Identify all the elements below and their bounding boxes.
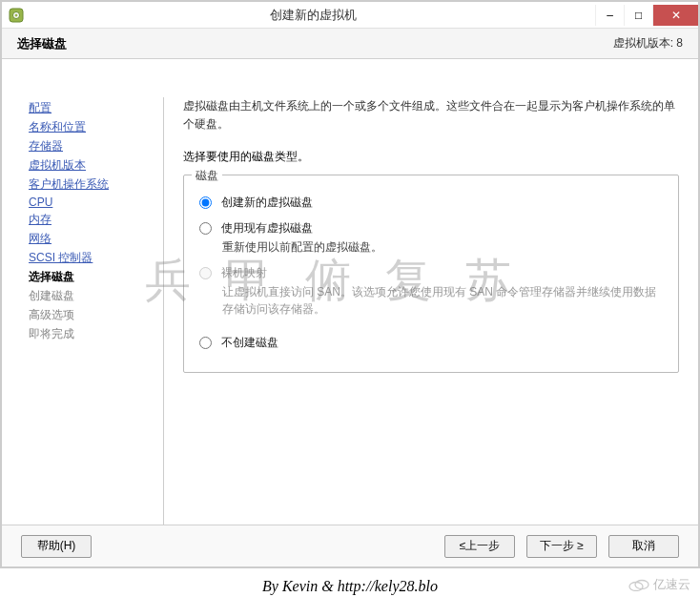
vm-version-label: 虚拟机版本: 8 (613, 35, 683, 51)
window-title: 创建新的虚拟机 (31, 7, 595, 24)
content-panel: 虚拟磁盘由主机文件系统上的一个或多个文件组成。这些文件合在一起显示为客户机操作系… (164, 97, 698, 525)
sidebar-item-scsi[interactable]: SCSI 控制器 (29, 250, 163, 266)
sidebar-item-config[interactable]: 配置 (29, 100, 163, 116)
sidebar-item-cpu[interactable]: CPU (29, 196, 163, 209)
app-icon (8, 7, 25, 24)
sidebar-item-name-location[interactable]: 名称和位置 (29, 119, 163, 135)
radio-no-disk[interactable] (199, 337, 212, 349)
option-no-disk: 不创建磁盘 (199, 335, 663, 351)
prompt-text: 选择要使用的磁盘类型。 (183, 149, 679, 165)
label-raw-mapping: 裸机映射 (221, 265, 267, 281)
sub-raw-mapping: 让虚拟机直接访问 SAN。该选项允许您使用现有 SAN 命令管理存储器并继续使用… (222, 283, 663, 318)
sidebar-item-vm-version[interactable]: 虚拟机版本 (29, 157, 163, 174)
disk-group: 磁盘 创建新的虚拟磁盘 使用现有虚拟磁盘 重新使用以前配置的虚拟磁盘。 裸机映射… (183, 175, 679, 373)
sidebar-item-finish: 即将完成 (29, 326, 163, 342)
sidebar-item-advanced: 高级选项 (29, 307, 163, 323)
brand-logo: 亿速云 (628, 576, 690, 593)
svg-point-2 (15, 13, 18, 16)
sub-use-existing: 重新使用以前配置的虚拟磁盘。 (222, 238, 663, 256)
wizard-sidebar: 配置 名称和位置 存储器 虚拟机版本 客户机操作系统 CPU 内存 网络 SCS… (2, 97, 164, 525)
option-raw-mapping: 裸机映射 (199, 265, 663, 281)
minimize-button[interactable]: – (595, 5, 624, 26)
wizard-footer: 帮助(H) ≤上一步 下一步 ≥ 取消 (2, 525, 698, 566)
group-legend: 磁盘 (192, 168, 222, 184)
maximize-button[interactable]: □ (624, 5, 652, 26)
credit-text: By Kevin & http://kely28.blo (0, 578, 700, 595)
brand-text: 亿速云 (653, 576, 690, 593)
sidebar-item-select-disk: 选择磁盘 (29, 269, 163, 285)
sidebar-item-guest-os[interactable]: 客户机操作系统 (29, 176, 163, 193)
radio-use-existing[interactable] (199, 222, 212, 235)
label-use-existing: 使用现有虚拟磁盘 (221, 220, 313, 237)
cancel-button[interactable]: 取消 (608, 535, 679, 558)
titlebar: 创建新的虚拟机 – □ ✕ (2, 2, 698, 29)
radio-raw-mapping (199, 267, 212, 279)
option-create-new: 创建新的虚拟磁盘 (199, 195, 663, 211)
option-use-existing: 使用现有虚拟磁盘 (199, 220, 663, 237)
svg-point-3 (629, 583, 643, 591)
next-button[interactable]: 下一步 ≥ (526, 535, 597, 558)
radio-create-new[interactable] (199, 196, 212, 209)
label-no-disk: 不创建磁盘 (221, 335, 278, 351)
sidebar-item-create-disk: 创建磁盘 (29, 288, 163, 304)
svg-point-4 (635, 581, 649, 589)
page-title: 选择磁盘 (17, 35, 67, 52)
label-create-new: 创建新的虚拟磁盘 (221, 195, 313, 211)
sidebar-item-storage[interactable]: 存储器 (29, 138, 163, 154)
close-button[interactable]: ✕ (652, 5, 698, 26)
back-button[interactable]: ≤上一步 (444, 535, 515, 558)
sidebar-item-memory[interactable]: 内存 (29, 212, 163, 228)
description-text: 虚拟磁盘由主机文件系统上的一个或多个文件组成。这些文件合在一起显示为客户机操作系… (183, 97, 679, 134)
header-strip: 选择磁盘 虚拟机版本: 8 (2, 29, 698, 59)
help-button[interactable]: 帮助(H) (21, 535, 92, 558)
sidebar-item-network[interactable]: 网络 (29, 231, 163, 247)
